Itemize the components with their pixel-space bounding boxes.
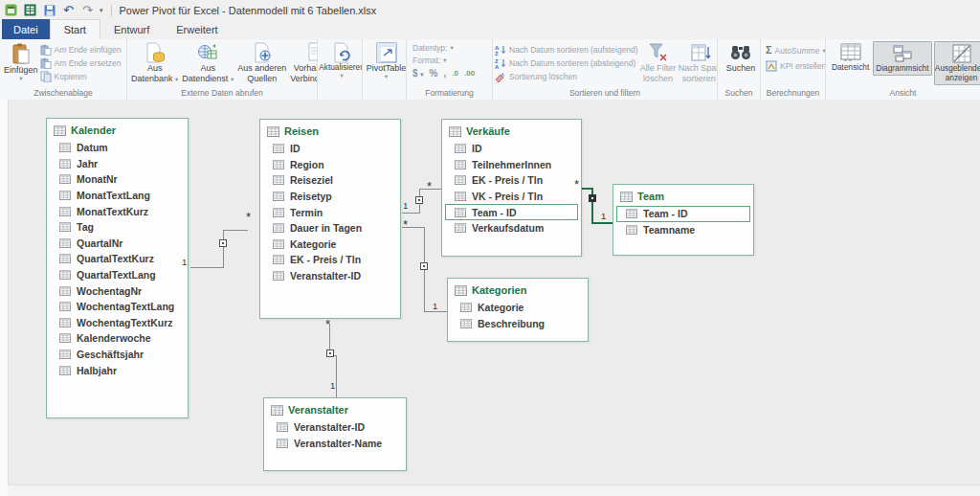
field-row[interactable]: Halbjahr <box>47 362 188 378</box>
alle-filter-loeschen-button[interactable]: Alle Filter löschen <box>638 41 679 84</box>
aus-datendienst-button[interactable]: Aus Datendienst ▾ <box>180 41 235 84</box>
field-row[interactable]: Kategorie <box>448 300 588 316</box>
field-row[interactable]: Datum <box>47 140 188 156</box>
field-row[interactable]: Geschäftsjahr <box>47 347 188 363</box>
undo-button[interactable]: ↶ <box>61 3 76 17</box>
table-header-kalender[interactable]: Kalender <box>47 119 188 140</box>
tab-erweitert[interactable]: Erweitert <box>163 19 231 39</box>
suchen-button[interactable]: Suchen <box>724 41 758 75</box>
field-row[interactable]: MonatTextLang <box>47 188 188 204</box>
field-row[interactable]: Dauer in Tagen <box>260 220 400 237</box>
vorhandene-verbindungen-button[interactable]: Vorhandene Verbindungen <box>288 41 318 84</box>
field-row[interactable]: EK - Preis / Tln <box>260 252 400 268</box>
field-row[interactable]: Veranstalter-Name <box>264 436 406 452</box>
percent-format-button[interactable]: % <box>430 68 438 79</box>
format-dropdown[interactable]: Format: ▾ <box>412 54 447 66</box>
field-row[interactable]: Reisetyp <box>260 189 400 205</box>
field-row[interactable]: MonatTextKurz <box>47 203 188 219</box>
tab-entwurf[interactable]: Entwurf <box>100 19 163 39</box>
relationship-node[interactable] <box>219 239 227 247</box>
relationship-node[interactable] <box>415 196 423 204</box>
pivottable-button[interactable]: PivotTable ▾ <box>365 41 407 80</box>
field-row[interactable]: Veranstalter-ID <box>264 419 406 436</box>
decimal-add-button[interactable]: .0 <box>452 69 458 78</box>
entity-veranstalter[interactable]: Veranstalter Veranstalter-ID Veranstalte… <box>263 397 407 471</box>
field-row[interactable]: Team - ID <box>445 204 578 220</box>
tab-datei[interactable]: Datei <box>2 19 50 39</box>
relationship-node[interactable] <box>420 262 428 270</box>
relationship-line-selected[interactable] <box>591 188 593 224</box>
table-header-reisen[interactable]: Reisen <box>260 120 400 141</box>
aus-datenbank-button[interactable]: Aus Datenbank ▾ <box>129 41 180 84</box>
horizontal-scrollbar[interactable] <box>8 485 980 496</box>
field-row[interactable]: QuartalTextLang <box>47 267 188 283</box>
nach-spalte-sortieren-button[interactable]: Nach Spalte sortieren ▾ <box>678 41 718 84</box>
relationship-line[interactable] <box>190 267 224 268</box>
entity-team[interactable]: Team Team - ID Teamname <box>612 184 754 256</box>
field-row[interactable]: QuartalTextKurz <box>47 251 188 267</box>
am-ende-ersetzen-button[interactable]: Am Ende ersetzen <box>40 56 122 69</box>
entity-reisen[interactable]: Reisen ID Region Reiseziel <box>259 119 401 319</box>
field-row[interactable]: Verkaufsdatum <box>442 220 581 237</box>
entity-kategorien[interactable]: Kategorien Kategorie Beschreibung <box>447 278 589 342</box>
field-row[interactable]: EK - Preis / Tln <box>442 172 581 189</box>
sort-ascending-button[interactable]: AZ Nach Datum sortieren (aufsteigend) <box>495 43 638 56</box>
field-row[interactable]: Kategorie <box>260 237 400 253</box>
relationship-line[interactable] <box>223 230 248 231</box>
field-row[interactable]: WochentagNr <box>47 282 188 299</box>
field-row[interactable]: Beschreibung <box>448 316 588 332</box>
table-header-verkaeufe[interactable]: Verkäufe <box>442 120 581 141</box>
table-field-icon <box>273 192 284 201</box>
ausgeblendete-anzeigen-button[interactable]: Ausgeblendete anzeigen <box>934 41 980 85</box>
save-button[interactable] <box>42 3 56 17</box>
field-row[interactable]: TeilnehmerInnen <box>442 157 581 173</box>
decimal-remove-button[interactable]: .00 <box>464 69 475 78</box>
field-row[interactable]: Veranstalter-ID <box>260 268 400 284</box>
thousands-format-button[interactable]: , <box>444 68 447 79</box>
field-row[interactable]: Tag <box>47 219 188 236</box>
field-row[interactable]: WochentagTextLang <box>47 299 188 315</box>
aktualisieren-button[interactable]: Aktualisieren ▾ <box>318 41 363 79</box>
field-row[interactable]: Kalenderwoche <box>47 330 188 347</box>
field-row[interactable]: Reiseziel <box>260 172 400 189</box>
relationship-node[interactable] <box>326 349 334 357</box>
field-row[interactable]: Region <box>260 157 400 173</box>
diagram-canvas[interactable]: Kalender Datum Jahr MonatNr <box>0 100 980 496</box>
field-row[interactable]: ID <box>260 141 400 157</box>
diagrammsicht-button[interactable]: Diagrammsicht <box>873 41 931 76</box>
entity-verkaeufe[interactable]: Verkäufe ID TeilnehmerInnen EK - Preis /… <box>441 119 582 257</box>
relationship-line[interactable] <box>424 311 447 312</box>
relationship-line[interactable] <box>402 213 420 214</box>
datensicht-button[interactable]: Datensicht <box>830 41 871 74</box>
relationship-node-selected[interactable] <box>589 194 596 202</box>
field-row[interactable]: Team - ID <box>616 206 750 222</box>
field-row[interactable]: Termin <box>260 204 400 220</box>
field-row[interactable]: ID <box>442 141 581 157</box>
datentyp-dropdown[interactable]: Datentyp: ▾ <box>412 41 454 54</box>
kpi-erstellen-button[interactable]: KPI erstellen <box>766 59 826 72</box>
kopieren-button[interactable]: Kopieren <box>40 70 122 82</box>
relationship-line[interactable] <box>336 355 337 397</box>
field-row[interactable]: WochentagTextKurz <box>47 315 188 331</box>
entity-kalender[interactable]: Kalender Datum Jahr MonatNr <box>46 118 189 418</box>
relationship-line-selected[interactable] <box>591 222 612 224</box>
tab-start[interactable]: Start <box>50 19 100 39</box>
relationship-line[interactable] <box>223 230 224 268</box>
redo-button[interactable]: ↷ <box>80 3 95 17</box>
field-row[interactable]: Teamname <box>613 222 753 238</box>
qat-customize-chevron-icon[interactable]: ▾ <box>100 7 103 14</box>
table-header-kategorien[interactable]: Kategorien <box>448 279 588 300</box>
table-header-veranstalter[interactable]: Veranstalter <box>264 398 406 419</box>
field-row[interactable]: QuartalNr <box>47 236 188 252</box>
field-row[interactable]: Jahr <box>47 156 188 172</box>
sortierung-loeschen-button[interactable]: A Sortierung löschen <box>495 70 638 82</box>
field-row[interactable]: VK - Preis / Tln <box>442 189 581 205</box>
am-ende-einfuegen-button[interactable]: Am Ende einfügen <box>40 43 122 56</box>
aus-anderen-quellen-button[interactable]: Aus anderen Quellen <box>235 41 288 84</box>
autosumme-button[interactable]: Σ AutoSumme ▾ <box>766 44 826 56</box>
sort-descending-button[interactable]: ZA Nach Datum sortieren (absteigend) <box>495 56 638 69</box>
currency-format-button[interactable]: $ ▾ <box>412 68 424 79</box>
field-row[interactable]: MonatNr <box>47 171 188 188</box>
einfuegen-button[interactable]: Einfügen ▾ <box>2 41 40 82</box>
table-header-team[interactable]: Team <box>613 185 753 206</box>
